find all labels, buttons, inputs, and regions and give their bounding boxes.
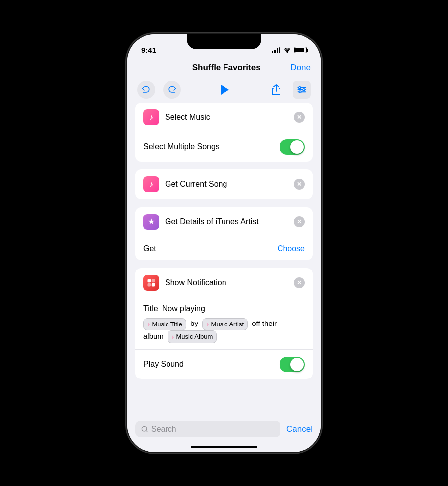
music-title-token-label: Music Title bbox=[152, 320, 182, 329]
svg-point-6 bbox=[299, 91, 301, 93]
token-music-note1-icon: ♪ bbox=[147, 320, 150, 328]
search-placeholder-text: Search bbox=[151, 425, 176, 433]
get-current-song-label: Get Current Song bbox=[165, 180, 294, 189]
svg-rect-7 bbox=[148, 279, 151, 282]
off-their-text: off their bbox=[252, 319, 277, 327]
svg-rect-8 bbox=[152, 279, 155, 282]
star-icon: ★ bbox=[148, 217, 155, 226]
tooltip-line bbox=[247, 319, 287, 319]
select-multiple-songs-row: Select Multiple Songs bbox=[135, 132, 313, 162]
nav-bar: Shuffle Favorites Done bbox=[127, 59, 321, 77]
choose-button[interactable]: Choose bbox=[278, 244, 305, 253]
music-note2-icon: ♪ bbox=[149, 180, 153, 189]
svg-point-4 bbox=[299, 86, 301, 88]
close-x4-icon: ✕ bbox=[297, 280, 302, 286]
show-notification-icon bbox=[143, 275, 159, 291]
search-cancel-button[interactable]: Cancel bbox=[286, 424, 313, 434]
redo-icon bbox=[167, 85, 177, 94]
get-details-icon: ★ bbox=[143, 214, 159, 230]
home-indicator bbox=[191, 446, 257, 448]
bell-icon bbox=[146, 278, 156, 288]
select-multiple-songs-toggle[interactable] bbox=[280, 139, 305, 155]
get-details-label: Get Details of iTunes Artist bbox=[165, 217, 294, 226]
nav-title: Shuffle Favorites bbox=[192, 63, 261, 73]
search-icon bbox=[141, 426, 148, 432]
signal-bars-icon bbox=[272, 47, 280, 53]
phone-frame: 9:41 Shuffle Favorites Done bbox=[127, 34, 321, 452]
notif-title-row: Title Now playing bbox=[143, 304, 305, 313]
play-sound-row: Play Sound bbox=[135, 349, 313, 379]
play-sound-toggle[interactable] bbox=[280, 357, 305, 372]
notif-title-value: Now playing bbox=[162, 304, 205, 313]
token-music-note3-icon: ♪ bbox=[171, 333, 174, 341]
get-label: Get bbox=[143, 244, 156, 253]
get-details-close-button[interactable]: ✕ bbox=[294, 216, 305, 227]
status-icons bbox=[272, 47, 307, 53]
token-music-note2-icon: ♪ bbox=[206, 320, 209, 328]
get-details-row: ★ Get Details of iTunes Artist ✕ bbox=[135, 207, 313, 237]
notif-body-text[interactable]: ♪ Music Title by ♪ Music Artist off thei… bbox=[143, 318, 305, 343]
show-notification-row: Show Notification ✕ bbox=[135, 268, 313, 298]
close-x2-icon: ✕ bbox=[297, 181, 302, 187]
svg-point-5 bbox=[303, 88, 305, 90]
redo-button[interactable] bbox=[163, 81, 181, 99]
music-album-token[interactable]: ♪ Music Album bbox=[168, 330, 217, 343]
battery-icon bbox=[294, 47, 307, 53]
wifi-icon bbox=[283, 47, 291, 53]
notif-title-field-label: Title bbox=[143, 304, 158, 313]
get-current-song-card: ♪ Get Current Song ✕ bbox=[135, 169, 313, 199]
select-music-card: ♪ Select Music ✕ Select Multiple Songs bbox=[135, 103, 313, 162]
play-triangle-icon bbox=[221, 85, 229, 95]
undo-icon bbox=[141, 85, 151, 94]
done-button[interactable]: Done bbox=[290, 63, 311, 73]
undo-button[interactable] bbox=[137, 81, 155, 99]
svg-rect-9 bbox=[148, 283, 151, 286]
get-current-song-icon: ♪ bbox=[143, 176, 159, 192]
get-current-song-row: ♪ Get Current Song ✕ bbox=[135, 169, 313, 199]
music-artist-token[interactable]: ♪ Music Artist bbox=[202, 318, 248, 331]
by-text: by bbox=[190, 319, 198, 327]
show-notification-label: Show Notification bbox=[165, 278, 294, 287]
toolbar bbox=[127, 77, 321, 103]
select-music-icon: ♪ bbox=[143, 109, 159, 125]
music-album-token-label: Music Album bbox=[176, 332, 213, 342]
settings-icon bbox=[297, 86, 307, 94]
notch bbox=[187, 34, 261, 49]
svg-point-0 bbox=[287, 52, 288, 53]
notification-body: Title Now playing ♪ Music Title by ♪ Mus… bbox=[135, 298, 313, 349]
search-input-wrap[interactable]: Search bbox=[135, 421, 280, 437]
album-text: album bbox=[143, 332, 164, 340]
select-music-row: ♪ Select Music ✕ bbox=[135, 103, 313, 132]
music-title-token[interactable]: ♪ Music Title bbox=[143, 318, 186, 331]
share-button[interactable] bbox=[267, 81, 285, 99]
show-notification-close-button[interactable]: ✕ bbox=[294, 277, 305, 288]
close-x3-icon: ✕ bbox=[297, 219, 302, 225]
settings-button[interactable] bbox=[293, 81, 311, 99]
status-time: 9:41 bbox=[141, 46, 156, 54]
show-notification-card: Show Notification ✕ Title Now playing ♪ … bbox=[135, 268, 313, 379]
select-multiple-songs-label: Select Multiple Songs bbox=[143, 142, 220, 151]
select-music-label: Select Music bbox=[165, 113, 294, 122]
close-x-icon: ✕ bbox=[297, 114, 302, 120]
play-button[interactable] bbox=[215, 81, 233, 99]
get-current-song-close-button[interactable]: ✕ bbox=[294, 179, 305, 190]
get-row: Get Choose bbox=[135, 237, 313, 260]
play-sound-label: Play Sound bbox=[143, 360, 184, 369]
svg-rect-10 bbox=[152, 283, 155, 286]
content-area: ♪ Select Music ✕ Select Multiple Songs ♪… bbox=[127, 103, 321, 417]
select-music-close-button[interactable]: ✕ bbox=[294, 112, 305, 123]
get-details-card: ★ Get Details of iTunes Artist ✕ Get Cho… bbox=[135, 207, 313, 260]
svg-line-12 bbox=[146, 430, 148, 432]
music-artist-token-label: Music Artist bbox=[211, 320, 244, 329]
share-icon bbox=[271, 84, 281, 95]
music-note-icon: ♪ bbox=[149, 113, 153, 122]
